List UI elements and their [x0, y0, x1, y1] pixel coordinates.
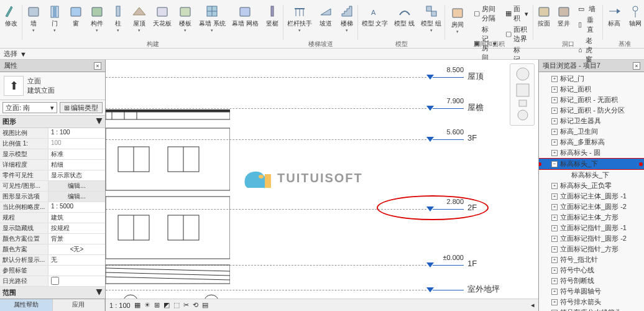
prop-edit-button[interactable]: 编辑... [48, 181, 105, 191]
vc-icon[interactable]: ⟲ [193, 301, 198, 309]
tree-item[interactable]: 标高标头_下 [539, 170, 644, 180]
tree-item[interactable]: +标记_面积 - 防火分区 [539, 105, 644, 116]
vc-icon[interactable]: ▦ [134, 301, 140, 309]
tree-item[interactable]: +标记_门 [539, 73, 644, 84]
tree-expander-icon[interactable]: + [551, 225, 558, 231]
level-marker[interactable]: 7.900屋檐 [426, 106, 464, 111]
section-graphics[interactable]: 图形⯆ [0, 116, 105, 128]
prop-value[interactable]: 建筑 [48, 213, 105, 223]
ceiling-button[interactable]: 天花板 [150, 2, 174, 29]
railing-button[interactable]: 栏杆扶手▾ [285, 2, 315, 34]
window-button[interactable]: 窗 [66, 2, 86, 29]
section-extent[interactable]: 范围⯆ [0, 287, 105, 299]
vc-icon[interactable]: ✂ [183, 301, 189, 309]
tree-expander-icon[interactable]: + [551, 97, 558, 103]
roof-button[interactable]: 屋顶▾ [129, 2, 149, 34]
level-button[interactable]: 标高 [604, 2, 624, 29]
tree-item[interactable]: +符号剖断线 [539, 276, 644, 286]
tree-item[interactable]: +标高标头_正负零 [539, 180, 644, 191]
prop-value[interactable]: 背景 [48, 234, 105, 244]
mullion-button[interactable]: 竖梃 [262, 2, 282, 29]
wall-opening-button[interactable]: ▭墙 [576, 4, 600, 14]
tree-expander-icon[interactable]: + [551, 193, 558, 200]
tree-item[interactable]: +符号_指北针 [539, 254, 644, 265]
wall-button[interactable]: 墙▾ [24, 2, 44, 34]
navigation-bar[interactable] [510, 63, 535, 126]
tree-expander-icon[interactable]: + [551, 299, 558, 305]
view-control-bar[interactable]: 1 : 100 ▦ ☀ ⊞ ◩ ⬚ ✂ ⟲ ▤ ◂ [106, 299, 538, 311]
level-marker[interactable]: 8.500屋顶 [426, 75, 464, 80]
tree-expander-icon[interactable]: + [551, 118, 558, 124]
area-button[interactable]: ▦面积▾ [503, 4, 531, 24]
prop-checkbox[interactable] [48, 276, 105, 286]
properties-help-button[interactable]: 属性帮助 [0, 299, 53, 311]
prop-value[interactable]: 显示原状态 [48, 170, 105, 180]
tree-expander-icon[interactable]: + [551, 108, 558, 114]
shaft-button[interactable]: 竖井 [554, 2, 573, 29]
close-icon[interactable]: × [633, 62, 640, 70]
grid-button[interactable]: 轴网 [625, 2, 644, 29]
tree-item[interactable]: +立面标记主体_方形 [539, 212, 644, 223]
stair-button[interactable]: 楼梯▾ [337, 2, 357, 34]
vc-icon[interactable]: ⊞ [154, 301, 160, 309]
tree-expander-icon[interactable]: + [551, 289, 558, 295]
scale-label[interactable]: 1 : 100 [109, 302, 131, 309]
tree-expander-icon[interactable]: + [551, 215, 558, 221]
prop-value[interactable]: 1 : 5000 [48, 202, 105, 212]
column-button[interactable]: 柱▾ [108, 2, 128, 34]
drawing-canvas[interactable]: ▭ ▣ ⊠ ✕ 8.500屋顶7.900屋檐5.6003F2.8002F±0.0… [106, 60, 538, 311]
select-arrow-icon[interactable]: ▼ [20, 50, 27, 58]
tree-item[interactable]: +标高标头 - 圆 [539, 147, 644, 158]
tree-item[interactable]: +符号单圆轴号 [539, 286, 644, 297]
ramp-button[interactable]: 坡道 [316, 2, 336, 29]
prop-value[interactable] [48, 266, 105, 276]
tree-expander-icon[interactable]: + [551, 246, 558, 253]
tree-item[interactable]: +立面标记主体_圆形 -2 [539, 202, 644, 212]
tree-expander-icon[interactable]: + [551, 278, 558, 284]
tree-expander-icon[interactable]: + [551, 76, 558, 82]
tree-item[interactable]: +标记_面积 - 无面积 [539, 95, 644, 105]
select-label[interactable]: 选择 [4, 49, 17, 58]
prop-value[interactable]: <无> [48, 244, 105, 254]
prop-value[interactable]: 标准 [48, 149, 105, 159]
prop-value[interactable]: 精细 [48, 160, 105, 170]
vc-icon[interactable]: ⬚ [173, 301, 180, 309]
prop-value[interactable]: 100 [48, 139, 105, 149]
vc-icon[interactable]: ▤ [202, 301, 208, 309]
floor-button[interactable]: 楼板▾ [175, 2, 195, 34]
instance-combo[interactable]: 立面: 南▾ [2, 102, 57, 113]
tree-expander-icon[interactable]: + [551, 139, 558, 146]
tree-expander-icon[interactable]: + [551, 257, 558, 263]
tree-item[interactable]: +标记卫生器具 [539, 116, 644, 126]
prop-value[interactable]: 1 : 100 [48, 128, 105, 138]
tree-expander-icon[interactable]: + [551, 204, 558, 210]
close-icon[interactable]: × [94, 62, 101, 70]
tree-item[interactable]: +立面标记指针_方形 [539, 244, 644, 254]
prop-value[interactable]: 无 [48, 255, 105, 265]
tree-item[interactable]: +符号中心线 [539, 265, 644, 276]
type-icon[interactable]: ⬆ [4, 76, 24, 96]
room-sep-button[interactable]: ▢房间 分隔 [471, 4, 499, 24]
tree-expander-icon[interactable]: − [551, 161, 558, 167]
tree-expander-icon[interactable]: + [551, 236, 558, 242]
browser-tree[interactable]: +标记_门+标记_面积+标记_面积 - 无面积+标记_面积 - 防火分区+标记卫… [539, 72, 644, 311]
level-marker[interactable]: ±0.0001F [426, 262, 464, 267]
tree-item[interactable]: +符号排水箭头 [539, 297, 644, 307]
level-marker[interactable]: 室外地坪 [426, 287, 464, 292]
prop-edit-button[interactable]: 编辑... [48, 192, 105, 202]
door-button[interactable]: 门▾ [45, 2, 65, 34]
tree-expander-icon[interactable]: + [551, 129, 558, 135]
prop-value[interactable]: 按规程 [48, 223, 105, 233]
tree-item[interactable]: +立面标记指针_圆形 -2 [539, 233, 644, 244]
tree-item[interactable]: +符号车库分水线箭头 [539, 307, 644, 311]
curtain-grid-button[interactable]: 幕墙 网格 [229, 2, 261, 29]
tree-expander-icon[interactable]: + [551, 150, 558, 156]
by-face-button[interactable]: 按面 [535, 2, 553, 29]
model-line-button[interactable]: 模型 线 [392, 2, 417, 29]
room-button[interactable]: 房间▾ [448, 4, 467, 35]
tree-item[interactable]: −标高标头_下 [539, 158, 644, 170]
curtain-system-button[interactable]: 幕墙 系统▾ [196, 2, 228, 34]
tree-expander-icon[interactable]: + [551, 183, 558, 189]
level-marker[interactable]: 5.6003F [426, 137, 464, 142]
tree-item[interactable]: +立面标记主体_圆形 -1 [539, 191, 644, 202]
